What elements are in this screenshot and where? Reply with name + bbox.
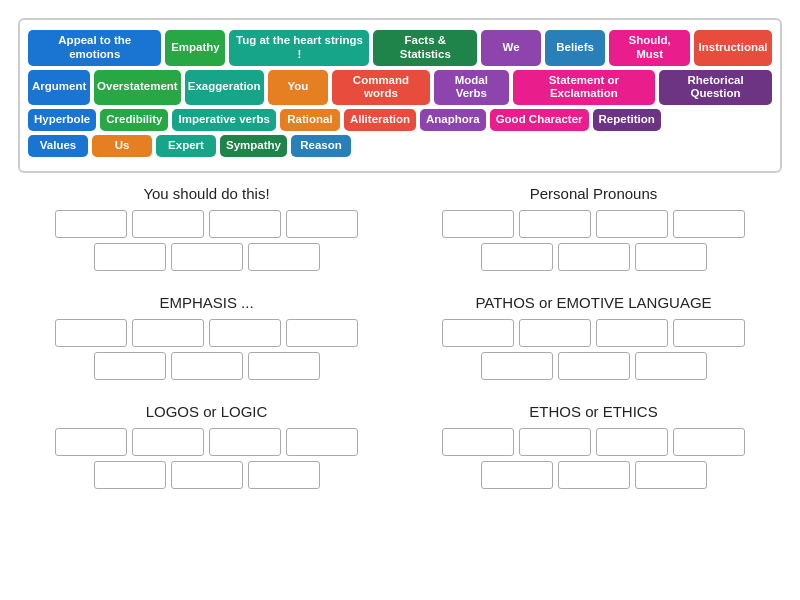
word-chip-0-0[interactable]: Appeal to the emotions — [28, 30, 161, 66]
word-chip-2-2[interactable]: Imperative verbs — [172, 109, 275, 131]
drop-row-0-1 — [18, 243, 395, 271]
drop-row-4-0 — [18, 428, 395, 456]
drop-box-1-0-2[interactable] — [596, 210, 668, 238]
section-title-2: EMPHASIS ... — [18, 294, 395, 311]
section-title-1: Personal Pronouns — [405, 185, 782, 202]
drop-box-2-0-0[interactable] — [55, 319, 127, 347]
word-chip-3-3[interactable]: Sympathy — [220, 135, 287, 157]
drop-box-5-0-0[interactable] — [442, 428, 514, 456]
drop-box-2-1-1[interactable] — [171, 352, 243, 380]
drop-row-3-0 — [405, 319, 782, 347]
drop-box-4-0-1[interactable] — [132, 428, 204, 456]
drop-sections: You should do this!Personal PronounsEMPH… — [18, 185, 782, 512]
word-chip-3-2[interactable]: Expert — [156, 135, 216, 157]
drop-section-2: EMPHASIS ... — [18, 294, 395, 385]
word-chip-3-4[interactable]: Reason — [291, 135, 351, 157]
drop-box-3-0-3[interactable] — [673, 319, 745, 347]
drop-box-0-0-3[interactable] — [286, 210, 358, 238]
word-chip-2-3[interactable]: Rational — [280, 109, 340, 131]
drop-box-4-0-2[interactable] — [209, 428, 281, 456]
drop-box-3-0-0[interactable] — [442, 319, 514, 347]
drop-box-1-1-0[interactable] — [481, 243, 553, 271]
drop-row-1-0 — [405, 210, 782, 238]
drop-box-5-1-2[interactable] — [635, 461, 707, 489]
word-chip-0-5[interactable]: Beliefs — [545, 30, 605, 66]
section-title-3: PATHOS or EMOTIVE LANGUAGE — [405, 294, 782, 311]
word-chip-1-5[interactable]: Modal Verbs — [434, 70, 509, 106]
drop-section-1: Personal Pronouns — [405, 185, 782, 276]
section-title-5: ETHOS or ETHICS — [405, 403, 782, 420]
word-chip-1-0[interactable]: Argument — [28, 70, 90, 106]
drop-section-5: ETHOS or ETHICS — [405, 403, 782, 494]
word-chip-0-6[interactable]: Should, Must — [609, 30, 690, 66]
word-chip-2-6[interactable]: Good Character — [490, 109, 589, 131]
drop-row-5-0 — [405, 428, 782, 456]
drop-box-4-1-0[interactable] — [94, 461, 166, 489]
drop-box-0-0-1[interactable] — [132, 210, 204, 238]
drop-box-5-0-3[interactable] — [673, 428, 745, 456]
section-title-4: LOGOS or LOGIC — [18, 403, 395, 420]
drop-section-4: LOGOS or LOGIC — [18, 403, 395, 494]
drop-box-3-1-2[interactable] — [635, 352, 707, 380]
drop-box-3-0-1[interactable] — [519, 319, 591, 347]
word-chip-1-6[interactable]: Statement or Exclamation — [513, 70, 655, 106]
drop-box-2-0-3[interactable] — [286, 319, 358, 347]
drop-box-1-0-0[interactable] — [442, 210, 514, 238]
word-chip-0-1[interactable]: Empathy — [165, 30, 225, 66]
drop-row-2-1 — [18, 352, 395, 380]
drop-box-2-0-1[interactable] — [132, 319, 204, 347]
word-chip-0-2[interactable]: Tug at the heart strings ! — [229, 30, 369, 66]
drop-box-1-0-1[interactable] — [519, 210, 591, 238]
word-chip-1-1[interactable]: Overstatement — [94, 70, 180, 106]
drop-box-3-1-1[interactable] — [558, 352, 630, 380]
word-chip-2-4[interactable]: Alliteration — [344, 109, 416, 131]
drop-box-2-1-2[interactable] — [248, 352, 320, 380]
word-chip-1-2[interactable]: Exaggeration — [185, 70, 264, 106]
drop-row-2-0 — [18, 319, 395, 347]
word-bank: Appeal to the emotionsEmpathyTug at the … — [18, 18, 782, 173]
word-chip-1-7[interactable]: Rhetorical Question — [659, 70, 772, 106]
drop-box-4-1-1[interactable] — [171, 461, 243, 489]
word-chip-3-0[interactable]: Values — [28, 135, 88, 157]
drop-box-0-1-2[interactable] — [248, 243, 320, 271]
word-chip-2-1[interactable]: Credibility — [100, 109, 168, 131]
drop-box-0-1-0[interactable] — [94, 243, 166, 271]
word-chip-2-7[interactable]: Repetition — [593, 109, 661, 131]
drop-box-5-1-0[interactable] — [481, 461, 553, 489]
drop-row-3-1 — [405, 352, 782, 380]
word-chip-1-3[interactable]: You — [268, 70, 328, 106]
drop-row-0-0 — [18, 210, 395, 238]
drop-section-0: You should do this! — [18, 185, 395, 276]
drop-box-0-1-1[interactable] — [171, 243, 243, 271]
drop-box-1-1-1[interactable] — [558, 243, 630, 271]
word-bank-row-3: ValuesUsExpertSympathyReason — [28, 135, 772, 157]
word-chip-0-7[interactable]: Instructional — [694, 30, 772, 66]
word-chip-2-5[interactable]: Anaphora — [420, 109, 486, 131]
section-title-0: You should do this! — [18, 185, 395, 202]
drop-box-2-1-0[interactable] — [94, 352, 166, 380]
drop-box-4-0-3[interactable] — [286, 428, 358, 456]
drop-box-0-0-2[interactable] — [209, 210, 281, 238]
word-chip-0-3[interactable]: Facts & Statistics — [373, 30, 477, 66]
word-bank-row-0: Appeal to the emotionsEmpathyTug at the … — [28, 30, 772, 66]
drop-box-5-0-1[interactable] — [519, 428, 591, 456]
word-chip-0-4[interactable]: We — [481, 30, 541, 66]
drop-box-3-1-0[interactable] — [481, 352, 553, 380]
word-chip-1-4[interactable]: Command words — [332, 70, 430, 106]
drop-box-5-1-1[interactable] — [558, 461, 630, 489]
word-chip-3-1[interactable]: Us — [92, 135, 152, 157]
drop-box-4-1-2[interactable] — [248, 461, 320, 489]
drop-section-3: PATHOS or EMOTIVE LANGUAGE — [405, 294, 782, 385]
drop-box-3-0-2[interactable] — [596, 319, 668, 347]
word-bank-row-2: HyperboleCredibilityImperative verbsRati… — [28, 109, 772, 131]
drop-box-5-0-2[interactable] — [596, 428, 668, 456]
drop-box-1-1-2[interactable] — [635, 243, 707, 271]
drop-box-2-0-2[interactable] — [209, 319, 281, 347]
drop-box-0-0-0[interactable] — [55, 210, 127, 238]
drop-box-1-0-3[interactable] — [673, 210, 745, 238]
word-bank-row-1: ArgumentOverstatementExaggerationYouComm… — [28, 70, 772, 106]
word-chip-2-0[interactable]: Hyperbole — [28, 109, 96, 131]
drop-row-1-1 — [405, 243, 782, 271]
drop-box-4-0-0[interactable] — [55, 428, 127, 456]
drop-row-5-1 — [405, 461, 782, 489]
